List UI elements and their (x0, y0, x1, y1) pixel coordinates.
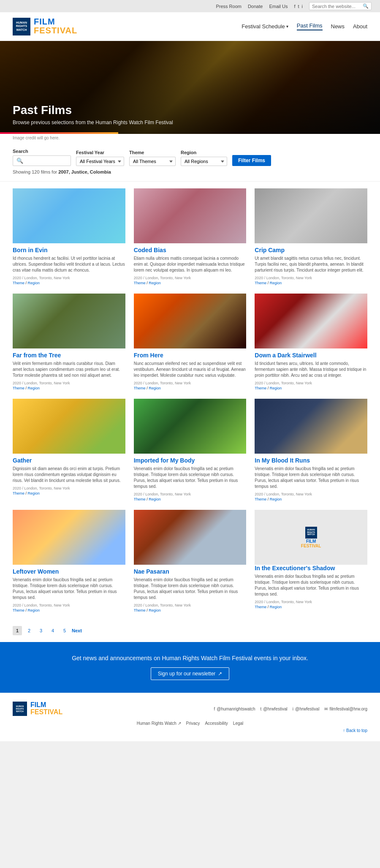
film-region-gather[interactable]: Region (28, 491, 40, 495)
film-theme-far-from-the-tree[interactable]: Theme (13, 386, 24, 390)
page-num-5[interactable]: 5 (60, 626, 69, 635)
film-theme-nae-pasaran[interactable]: Theme (134, 608, 146, 612)
hrw-logo-text: HUMAN RIGHTS WATCH (14, 21, 29, 32)
film-title-down-dark-stairwell[interactable]: Down a Dark Stairwell (255, 352, 367, 359)
footer-privacy-link[interactable]: Privacy (186, 721, 200, 726)
region-select[interactable]: All Regions (181, 157, 227, 166)
top-bar: Press Room Donate Email Us f t i 🔍 (0, 0, 380, 12)
logo-area[interactable]: HUMAN RIGHTS WATCH FILM FESTIVAL (13, 17, 77, 35)
filter-films-button[interactable]: Filter Films (232, 155, 271, 166)
page-num-3[interactable]: 3 (36, 626, 46, 635)
film-desc-crip-camp: Ut amet blandit sagittis netus cursus te… (255, 256, 367, 273)
film-meta-links-from-here: Theme / Region (134, 386, 247, 390)
year-select[interactable]: All Festival Years (76, 157, 124, 166)
film-title-leftover-women[interactable]: Leftover Women (13, 568, 125, 575)
film-region-in-my-blood-it-runs[interactable]: Region (270, 497, 282, 501)
film-title-nae-pasaran[interactable]: Nae Pasaran (134, 568, 247, 575)
film-title-coded-bias[interactable]: Coded Bias (134, 247, 247, 253)
film-region-imported-for-body[interactable]: Region (149, 497, 161, 501)
film-theme-born-in-evin[interactable]: Theme (13, 281, 24, 285)
footer-hrw-link[interactable]: Human Rights Watch ↗ (137, 721, 181, 726)
newsletter-signup-button[interactable]: Sign up for our newsletter ↗ (151, 667, 230, 680)
press-room-link[interactable]: Press Room (216, 4, 242, 9)
top-search-input[interactable] (312, 4, 363, 9)
page-num-2[interactable]: 2 (24, 626, 34, 635)
film-theme-coded-bias[interactable]: Theme (134, 281, 146, 285)
year-filter-group: Festival Year All Festival Years (76, 150, 124, 166)
film-meta-leftover-women: 2020 / London, Toronto, New York (13, 603, 125, 607)
film-card-crip-camp: Crip Camp Ut amet blandit sagittis netus… (255, 188, 367, 285)
film-region-from-here[interactable]: Region (149, 386, 161, 390)
film-card-far-from-the-tree: Far from the Tree Velit enim fermentum n… (13, 294, 125, 390)
film-title-crip-camp[interactable]: Crip Camp (255, 247, 367, 253)
main-nav: Festival Schedule ▾ Past Films News Abou… (242, 22, 367, 30)
film-meta-links-gather: Theme / Region (13, 491, 125, 495)
film-region-coded-bias[interactable]: Region (149, 281, 161, 285)
film-title-born-in-evin[interactable]: Born in Evin (13, 247, 125, 253)
nav-festival-schedule[interactable]: Festival Schedule ▾ (242, 23, 288, 30)
film-thumb-imported-for-body (134, 399, 247, 454)
film-theme-from-here[interactable]: Theme (134, 386, 146, 390)
instagram-icon[interactable]: i (302, 4, 303, 9)
facebook-icon[interactable]: f (294, 4, 295, 9)
film-desc-executioners-shadow: Venenatis enim dolor faucibus fringilla … (255, 574, 367, 597)
nav-about[interactable]: About (353, 23, 367, 30)
footer-legal-link[interactable]: Legal (233, 721, 243, 726)
donate-link[interactable]: Donate (248, 4, 263, 9)
festival-label: FESTIVAL (34, 26, 77, 35)
film-card-born-in-evin: Born in Evin Id rhoncus hendrerit ac fac… (13, 188, 125, 285)
theme-select[interactable]: All Themes (129, 157, 176, 166)
film-thumb-nae-pasaran (134, 510, 247, 565)
film-meta-nae-pasaran: 2020 / London, Toronto, New York (134, 603, 247, 607)
search-input[interactable] (25, 158, 67, 163)
hrw-logo-box: HUMAN RIGHTS WATCH (13, 18, 30, 35)
film-meta-links-down-dark-stairwell: Theme / Region (255, 386, 367, 390)
film-title-imported-for-body[interactable]: Imported for My Body (134, 457, 247, 464)
film-theme-in-my-blood-it-runs[interactable]: Theme (255, 497, 266, 501)
film-title-far-from-the-tree[interactable]: Far from the Tree (13, 352, 125, 359)
footer-accessibility-link[interactable]: Accessibility (205, 721, 228, 726)
image-credit: Image credit will go here. (0, 134, 380, 142)
film-title-gather[interactable]: Gather (13, 457, 125, 464)
page-num-4[interactable]: 4 (48, 626, 57, 635)
film-region-nae-pasaran[interactable]: Region (149, 608, 161, 612)
film-meta-down-dark-stairwell: 2020 / London, Toronto, New York (255, 381, 367, 385)
film-region-crip-camp[interactable]: Region (270, 281, 282, 285)
nav-past-films[interactable]: Past Films (297, 22, 323, 30)
film-region-far-from-the-tree[interactable]: Region (28, 386, 40, 390)
twitter-icon[interactable]: t (298, 4, 299, 9)
nav-news[interactable]: News (331, 23, 345, 30)
film-theme-executioners-shadow[interactable]: Theme (255, 605, 266, 609)
footer-social-item[interactable]: t @hrwfestival (261, 707, 288, 711)
email-us-link[interactable]: Email Us (269, 4, 288, 9)
hero-banner: Past Films Browse previous selections fr… (0, 41, 380, 134)
film-region-executioners-shadow[interactable]: Region (270, 605, 282, 609)
film-title-executioners-shadow[interactable]: In the Executioner's Shadow (255, 565, 367, 571)
film-theme-crip-camp[interactable]: Theme (255, 281, 266, 285)
film-desc-imported-for-body: Venenatis enim dolor faucibus fringilla … (134, 466, 247, 490)
footer-social-item[interactable]: i @hrwfestival (293, 707, 320, 711)
social-icon: i (293, 707, 293, 711)
pagination-next[interactable]: Next (72, 628, 82, 633)
film-desc-far-from-the-tree: Velit enim fermentum nibh mauris curabit… (13, 361, 125, 378)
search-icon: 🔍 (363, 3, 369, 9)
film-region-leftover-women[interactable]: Region (28, 608, 40, 612)
page-num-1[interactable]: 1 (13, 626, 22, 635)
footer-social-item[interactable]: f @humanrightswatch (214, 707, 255, 711)
film-theme-leftover-women[interactable]: Theme (13, 608, 24, 612)
film-theme-gather[interactable]: Theme (13, 491, 24, 495)
back-to-top-button[interactable]: ↑ Back to top (13, 728, 367, 733)
film-theme-imported-for-body[interactable]: Theme (134, 497, 146, 501)
newsletter-button-label: Sign up for our newsletter (158, 671, 216, 677)
footer-social-item[interactable]: ✉ filmfestival@hrw.org (324, 707, 367, 711)
search-icon: 🔍 (16, 158, 23, 164)
social-icons: f t i (294, 4, 303, 9)
search-input-wrap[interactable]: 🔍 (13, 155, 71, 166)
top-search-box[interactable]: 🔍 (309, 2, 372, 10)
footer-film-label: FILM (30, 702, 62, 708)
film-region-born-in-evin[interactable]: Region (28, 281, 40, 285)
film-title-from-here[interactable]: From Here (134, 352, 247, 359)
film-title-in-my-blood-it-runs[interactable]: In My Blood It Runs (255, 457, 367, 464)
film-theme-down-dark-stairwell[interactable]: Theme (255, 386, 266, 390)
film-region-down-dark-stairwell[interactable]: Region (270, 386, 282, 390)
